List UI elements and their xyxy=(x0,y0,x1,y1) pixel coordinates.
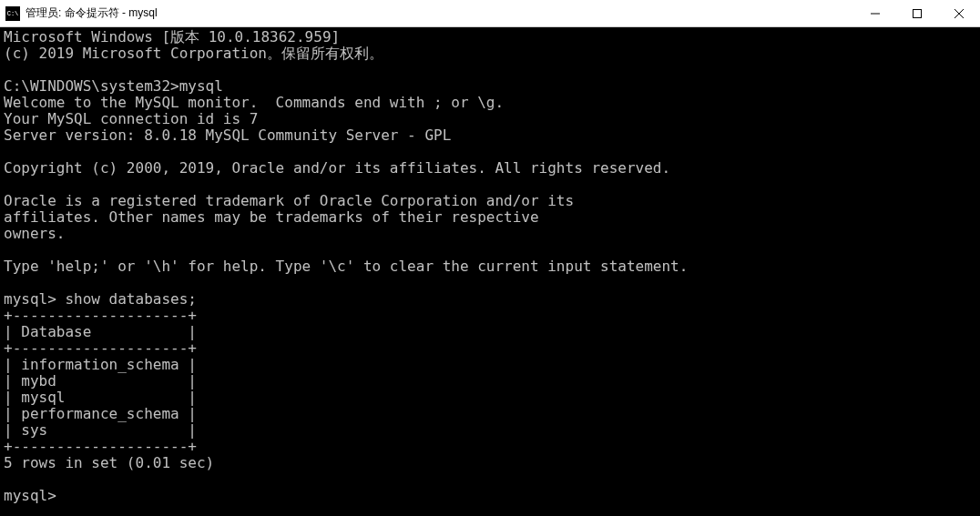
terminal-line: mysql> show databases; xyxy=(4,291,976,308)
terminal-line: | performance_schema | xyxy=(4,406,976,422)
terminal-line: mysql> xyxy=(4,488,976,504)
terminal-line xyxy=(4,177,976,193)
terminal-line: owners. xyxy=(4,226,976,242)
close-icon xyxy=(954,9,964,18)
terminal-line xyxy=(4,62,976,78)
terminal-line: +--------------------+ xyxy=(4,439,976,455)
close-button[interactable] xyxy=(938,0,980,26)
terminal-line: | mysql | xyxy=(4,390,976,406)
terminal-output[interactable]: Microsoft Windows [版本 10.0.18362.959](c)… xyxy=(0,27,980,516)
maximize-icon xyxy=(913,9,922,18)
terminal-line: Type 'help;' or '\h' for help. Type '\c'… xyxy=(4,258,976,275)
terminal-line xyxy=(4,471,976,488)
terminal-line: C:\WINDOWS\system32>mysql xyxy=(4,78,976,95)
terminal-line: 5 rows in set (0.01 sec) xyxy=(4,455,976,471)
terminal-line: +--------------------+ xyxy=(4,308,976,324)
window-titlebar: 管理员: 命令提示符 - mysql xyxy=(0,0,980,27)
window-controls xyxy=(854,0,980,26)
minimize-icon xyxy=(871,9,880,18)
minimize-button[interactable] xyxy=(854,0,896,26)
terminal-line: Welcome to the MySQL monitor. Commands e… xyxy=(4,95,976,111)
terminal-line: affiliates. Other names may be trademark… xyxy=(4,209,976,226)
terminal-line: +--------------------+ xyxy=(4,340,976,357)
terminal-line xyxy=(4,275,976,291)
terminal-line: (c) 2019 Microsoft Corporation。保留所有权利。 xyxy=(4,46,976,62)
terminal-line: Oracle is a registered trademark of Orac… xyxy=(4,193,976,209)
terminal-line: | Database | xyxy=(4,324,976,340)
terminal-line: Server version: 8.0.18 MySQL Community S… xyxy=(4,127,976,144)
terminal-line xyxy=(4,242,976,258)
titlebar-left: 管理员: 命令提示符 - mysql xyxy=(0,5,158,21)
terminal-line: | mybd | xyxy=(4,373,976,390)
terminal-line: | information_schema | xyxy=(4,357,976,373)
maximize-button[interactable] xyxy=(896,0,938,26)
terminal-line: Your MySQL connection id is 7 xyxy=(4,111,976,127)
terminal-line: Copyright (c) 2000, 2019, Oracle and/or … xyxy=(4,160,976,177)
terminal-line: | sys | xyxy=(4,422,976,439)
terminal-line: Microsoft Windows [版本 10.0.18362.959] xyxy=(4,29,976,46)
terminal-line xyxy=(4,144,976,160)
cmd-icon xyxy=(5,6,20,21)
svg-rect-1 xyxy=(914,9,922,17)
window-title: 管理员: 命令提示符 - mysql xyxy=(26,5,158,21)
